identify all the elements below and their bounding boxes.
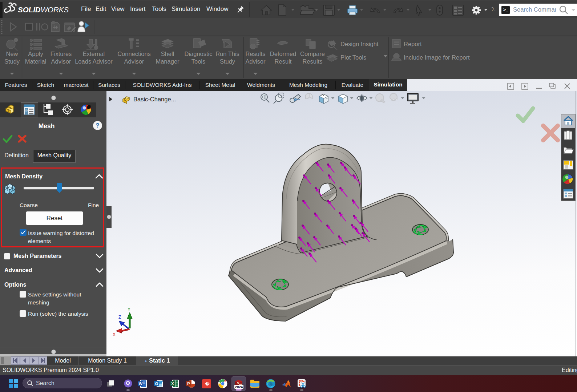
svg-text:Z: Z — [118, 315, 121, 320]
svg-text:X: X — [113, 332, 116, 337]
svg-text:P: P — [187, 381, 190, 386]
svg-text:O: O — [155, 381, 158, 386]
svg-text:X: X — [171, 381, 174, 386]
svg-text:W: W — [139, 381, 143, 386]
svg-text:Y: Y — [128, 307, 130, 312]
